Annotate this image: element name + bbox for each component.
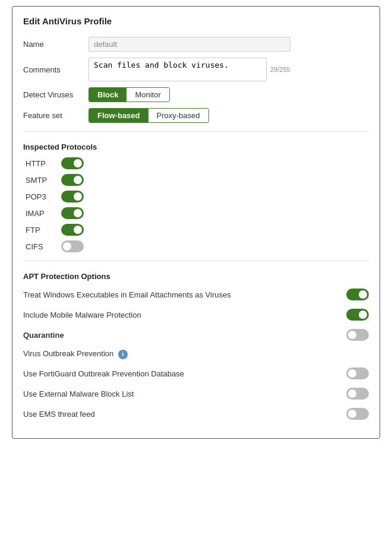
toggle-imap-slider (61, 207, 84, 219)
protocol-cifs-label: CIFS (26, 242, 61, 251)
protocol-row-pop3: POP3 (23, 191, 369, 202)
feature-set-proxy-btn[interactable]: Proxy-based (148, 109, 208, 122)
name-input[interactable] (88, 37, 290, 52)
toggle-ftp[interactable] (61, 224, 84, 236)
panel-title: Edit AntiVirus Profile (23, 16, 369, 26)
toggle-smtp-slider (61, 174, 84, 186)
protocol-row-cifs: CIFS (23, 240, 369, 252)
detect-viruses-row: Detect Viruses Block Monitor (23, 87, 369, 102)
feature-set-row: Feature set Flow-based Proxy-based (23, 108, 369, 123)
feature-set-label: Feature set (23, 111, 88, 120)
toggle-fortiguard[interactable] (346, 368, 369, 379)
toggle-quarantine-slider (346, 329, 369, 341)
protocol-ftp-label: FTP (26, 226, 61, 235)
toggle-smtp[interactable] (61, 174, 84, 186)
info-icon[interactable]: i (118, 350, 128, 359)
apt-row-quarantine: Quarantine (23, 327, 369, 343)
comments-input[interactable]: Scan files and block viruses. (88, 58, 267, 81)
feature-set-btn-group: Flow-based Proxy-based (88, 108, 209, 123)
apt-row-mobile-malware: Include Mobile Malware Protection (23, 307, 369, 322)
divider-2 (23, 261, 369, 261)
protocol-row-http: HTTP (23, 157, 369, 169)
protocol-row-imap: IMAP (23, 207, 369, 219)
protocol-http-label: HTTP (26, 159, 61, 168)
detect-viruses-block-btn[interactable]: Block (89, 88, 127, 102)
comments-label: Comments (23, 65, 88, 74)
toggle-http-slider (61, 157, 84, 169)
protocol-pop3-label: POP3 (26, 192, 61, 201)
toggle-ftp-slider (61, 224, 84, 236)
apt-external-malware-label: Use External Malware Block List (23, 389, 346, 398)
detect-viruses-monitor-btn[interactable]: Monitor (127, 88, 169, 102)
virus-outbreak-label: Virus Outbreak Prevention i (23, 349, 369, 359)
toggle-ems-feed-slider (346, 408, 369, 420)
protocol-row-smtp: SMTP (23, 174, 369, 186)
toggle-windows-exe-slider (346, 289, 369, 300)
toggle-pop3-slider (61, 191, 84, 202)
toggle-cifs-slider (61, 240, 84, 252)
name-row: Name (23, 37, 369, 52)
apt-row-external-malware: Use External Malware Block List (23, 386, 369, 401)
feature-set-control: Flow-based Proxy-based (88, 108, 369, 123)
apt-row-fortiguard: Use FortiGuard Outbreak Prevention Datab… (23, 366, 369, 381)
toggle-mobile-malware[interactable] (346, 309, 369, 321)
apt-mobile-malware-label: Include Mobile Malware Protection (23, 311, 346, 319)
name-label: Name (23, 40, 88, 49)
toggle-pop3[interactable] (61, 191, 84, 202)
apt-ems-feed-label: Use EMS threat feed (23, 410, 346, 419)
name-control-area (88, 37, 369, 52)
toggle-http[interactable] (61, 157, 84, 169)
apt-protection-title: APT Protection Options (23, 272, 369, 281)
apt-fortiguard-label: Use FortiGuard Outbreak Prevention Datab… (23, 369, 346, 378)
toggle-windows-exe[interactable] (346, 289, 369, 300)
inspected-protocols-title: Inspected Protocols (23, 142, 369, 151)
apt-quarantine-label: Quarantine (23, 331, 346, 340)
detect-viruses-control: Block Monitor (88, 87, 369, 102)
protocol-imap-label: IMAP (26, 209, 61, 218)
detect-viruses-btn-group: Block Monitor (88, 87, 170, 102)
toggle-mobile-malware-slider (346, 309, 369, 321)
divider-1 (23, 131, 369, 132)
detect-viruses-label: Detect Viruses (23, 90, 88, 99)
virus-outbreak-row: Virus Outbreak Prevention i (23, 347, 369, 361)
apt-row-windows-exe: Treat Windows Executables in Email Attac… (23, 287, 369, 302)
toggle-external-malware-slider (346, 388, 369, 400)
toggle-fortiguard-slider (346, 368, 369, 379)
comments-control-area: Scan files and block viruses. 29/255 (88, 58, 369, 81)
toggle-quarantine[interactable] (346, 329, 369, 341)
char-count: 29/255 (270, 66, 290, 73)
comments-row: Comments Scan files and block viruses. 2… (23, 58, 369, 81)
edit-antivirus-panel: Edit AntiVirus Profile Name Comments Sca… (12, 6, 380, 439)
toggle-imap[interactable] (61, 207, 84, 219)
apt-row-ems-feed: Use EMS threat feed (23, 406, 369, 422)
protocol-row-ftp: FTP (23, 224, 369, 236)
toggle-external-malware[interactable] (346, 388, 369, 400)
toggle-ems-feed[interactable] (346, 408, 369, 420)
toggle-cifs[interactable] (61, 240, 84, 252)
apt-windows-exe-label: Treat Windows Executables in Email Attac… (23, 290, 346, 299)
virus-outbreak-text: Virus Outbreak Prevention (23, 349, 113, 358)
feature-set-flow-btn[interactable]: Flow-based (89, 109, 148, 122)
protocol-smtp-label: SMTP (26, 176, 61, 185)
